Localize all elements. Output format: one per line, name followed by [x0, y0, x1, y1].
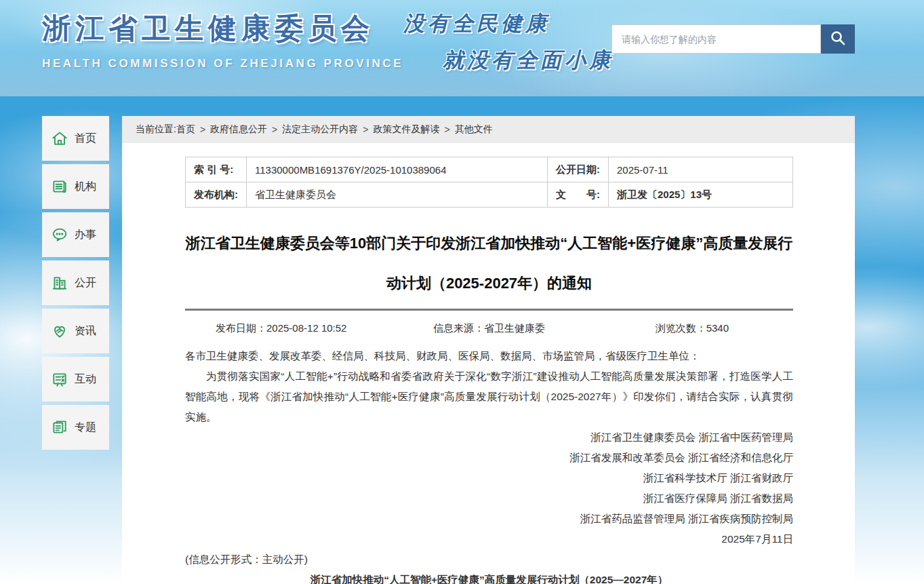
salutation-paragraph: 各市卫生健康委、发展改革委、经信局、科技局、财政局、医保局、数据局、市场监管局，… [185, 346, 793, 366]
table-row: 发布机构: 省卫生健康委员会 文 号: 浙卫发〔2025〕13号 [186, 182, 793, 208]
site-title-chinese: 浙江省卫生健康委员会 [42, 9, 403, 47]
breadcrumb-item-other-docs[interactable]: 其他文件 [455, 123, 493, 136]
slogan-line-1: 没有全民健康 [403, 9, 614, 38]
breadcrumb-item-policy-docs[interactable]: 政策文件及解读 [373, 123, 439, 136]
search-button[interactable] [821, 24, 855, 54]
breadcrumb-item-gov-info[interactable]: 政府信息公开 [210, 123, 267, 136]
site-slogan: 没有全民健康 就没有全面小康 [403, 9, 614, 75]
signature-line: 浙江省发展和改革委员会 浙江省经济和信息化厅 [185, 448, 793, 468]
index-number-value: 11330000MB1691376Y/2025-1010389064 [247, 157, 548, 182]
heart-handshake-icon [51, 322, 68, 340]
site-title-english: HEALTH COMMISSION OF ZHEJIANG PROVINCE [42, 57, 403, 71]
sidebar-item-label: 互动 [75, 372, 96, 387]
breadcrumb-item-statutory[interactable]: 法定主动公开内容 [282, 123, 358, 136]
site-header: 浙江省卫生健康委员会 HEALTH COMMISSION OF ZHEJIANG… [0, 0, 924, 96]
sidebar-item-home[interactable]: 首页 [42, 116, 109, 161]
attachment-title: 浙江省加快推动“人工智能+医疗健康”高质量发展行动计划（2025—2027年） [185, 570, 793, 584]
main-content: 当前位置:首页 > 政府信息公开 > 法定主动公开内容 > 政策文件及解读 > … [122, 116, 855, 584]
publish-date-value: 2025-07-11 [609, 157, 793, 182]
breadcrumb-separator: > [200, 124, 205, 135]
publish-datetime-label: 发布日期： [216, 322, 266, 334]
body-paragraph: 为贯彻落实国家“人工智能+”行动战略和省委省政府关于深化“数字浙江”建设推动人工… [185, 366, 793, 427]
home-icon [51, 130, 68, 147]
signature-date: 2025年7月11日 [185, 529, 793, 549]
site-logo[interactable]: 浙江省卫生健康委员会 HEALTH COMMISSION OF ZHEJIANG… [42, 9, 403, 71]
disclosure-note: (信息公开形式：主动公开) [185, 549, 793, 570]
sidebar-item-disclosure[interactable]: 公开 [42, 260, 109, 305]
publish-date-label: 公开日期: [548, 157, 609, 182]
breadcrumb-prefix: 当前位置: [136, 123, 176, 136]
title-divider [185, 309, 793, 311]
article-title: 浙江省卫生健康委员会等10部门关于印发浙江省加快推动“人工智能+医疗健康”高质量… [185, 223, 793, 303]
index-number-label: 索 引 号: [186, 157, 247, 182]
views-value: 5340 [706, 322, 729, 334]
building-icon [51, 274, 68, 292]
breadcrumb-separator: > [272, 124, 277, 135]
chat-bubble-icon [51, 226, 68, 244]
article-body: 各市卫生健康委、发展改革委、经信局、科技局、财政局、医保局、数据局、市场监管局，… [185, 346, 793, 584]
search-icon [829, 29, 847, 49]
signature-line: 浙江省卫生健康委员会 浙江省中医药管理局 [185, 427, 793, 448]
sidebar-item-news[interactable]: 资讯 [42, 309, 109, 353]
sidebar-item-organization[interactable]: 机构 [42, 164, 109, 209]
breadcrumb-item-home[interactable]: 首页 [176, 123, 195, 136]
sidebar-item-services[interactable]: 办事 [42, 212, 109, 257]
sidebar-item-interaction[interactable]: 互动 [42, 357, 109, 402]
sidebar-item-label: 公开 [75, 276, 96, 290]
sidebar-item-topics[interactable]: 专题 [42, 405, 109, 450]
signature-line: 浙江省科学技术厅 浙江省财政厅 [185, 468, 793, 488]
search-bar [611, 24, 855, 54]
sidebar-item-label: 办事 [75, 228, 96, 242]
org-document-icon [51, 178, 68, 195]
sidebar-item-label: 专题 [75, 421, 96, 435]
source-value: 省卫生健康委 [484, 322, 545, 334]
signature-line: 浙江省医疗保障局 浙江省数据局 [185, 488, 793, 509]
doc-number-value: 浙卫发〔2025〕13号 [609, 182, 793, 208]
sidebar-item-label: 资讯 [75, 324, 96, 338]
views-label: 浏览次数： [656, 322, 706, 334]
search-input[interactable] [611, 24, 821, 54]
sidebar-item-label: 机构 [75, 180, 96, 194]
signature-line: 浙江省药品监督管理局 浙江省疾病预防控制局 [185, 509, 793, 529]
sidebar-item-label: 首页 [75, 132, 96, 146]
table-row: 索 引 号: 11330000MB1691376Y/2025-101038906… [186, 157, 793, 182]
form-board-icon [51, 370, 68, 388]
stacked-docs-icon [51, 418, 68, 436]
breadcrumb-separator: > [363, 124, 368, 135]
sidebar-nav: 首页 机构 办事 公开 [42, 116, 109, 453]
issuing-agency-label: 发布机构: [186, 182, 247, 208]
article-meta: 发布日期：2025-08-12 10:52 信息来源：省卫生健康委 浏览次数：5… [185, 322, 793, 335]
slogan-line-2: 就没有全面小康 [443, 46, 614, 75]
issuing-agency-value: 省卫生健康委员会 [247, 182, 548, 208]
doc-number-label: 文 号: [548, 182, 609, 208]
document-info-table: 索 引 号: 11330000MB1691376Y/2025-101038906… [185, 157, 793, 208]
publish-datetime-value: 2025-08-12 10:52 [266, 322, 346, 334]
source-label: 信息来源： [433, 322, 484, 334]
breadcrumb: 当前位置:首页 > 政府信息公开 > 法定主动公开内容 > 政策文件及解读 > … [122, 116, 855, 143]
breadcrumb-separator: > [444, 124, 449, 135]
